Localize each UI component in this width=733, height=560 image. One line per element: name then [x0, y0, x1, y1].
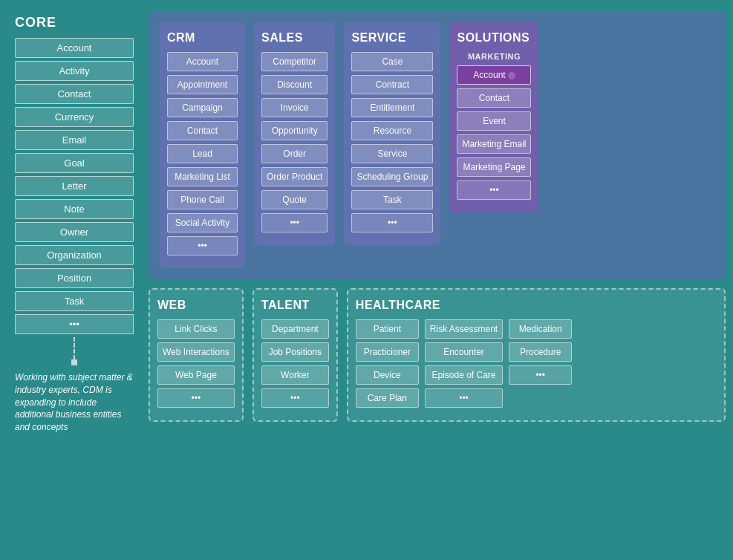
module-item[interactable]: Contact [167, 121, 238, 140]
module-item[interactable]: Opportunity [261, 121, 328, 140]
service-title: SERVICE [351, 31, 433, 45]
module-item[interactable]: Practicioner [356, 342, 419, 362]
web-items: Link ClicksWeb InteractionsWeb Page [157, 319, 235, 385]
web-dots[interactable]: ••• [157, 388, 235, 408]
service-items: CaseContractEntitlementResourceServiceSc… [351, 52, 433, 209]
module-item[interactable]: Contract [351, 75, 433, 94]
module-item[interactable]: Job Positions [261, 342, 329, 362]
crm-title: CRM [167, 31, 238, 45]
solutions-sub: MARKETING [457, 52, 531, 61]
service-panel: SERVICE CaseContractEntitlementResourceS… [344, 22, 440, 245]
arrow-dot [71, 359, 77, 365]
top-box: CRM AccountAppointmentCampaignContactLea… [149, 11, 726, 279]
core-item[interactable]: Task [15, 291, 134, 311]
dashed-line [74, 337, 75, 359]
core-section: CORE AccountActivityContactCurrencyEmail… [15, 15, 134, 434]
module-item[interactable]: Patient [356, 319, 419, 339]
main-area: CRM AccountAppointmentCampaignContactLea… [149, 11, 726, 553]
solutions-panel: SOLUTIONS MARKETING AccountContactEventM… [449, 22, 538, 212]
module-item[interactable]: Order [261, 144, 328, 163]
core-item[interactable]: Goal [15, 153, 134, 173]
module-item[interactable]: Marketing Page [457, 157, 531, 177]
sales-items: CompetitorDiscountInvoiceOpportunityOrde… [261, 52, 328, 209]
sales-title: SALES [261, 31, 328, 45]
module-item[interactable]: Case [351, 52, 433, 71]
module-item[interactable]: Appointment [167, 75, 238, 94]
module-item[interactable]: Marketing List [167, 167, 238, 186]
healthcare-panel: HEALTHCARE PatientPracticionerDeviceCare… [347, 288, 726, 422]
bottom-row: WEB Link ClicksWeb InteractionsWeb Page … [149, 288, 726, 422]
module-item[interactable]: Discount [261, 75, 328, 94]
module-item[interactable]: Competitor [261, 52, 328, 71]
core-arrow [15, 337, 134, 365]
module-item[interactable]: Social Activity [167, 213, 238, 232]
solutions-title: SOLUTIONS [457, 31, 531, 45]
core-item[interactable]: Letter [15, 176, 134, 196]
talent-dots[interactable]: ••• [261, 388, 329, 408]
crm-panel: CRM AccountAppointmentCampaignContactLea… [160, 22, 245, 268]
module-item[interactable]: Event [457, 111, 531, 131]
core-item[interactable]: Currency [15, 107, 134, 127]
module-item[interactable]: Department [261, 319, 329, 339]
module-item[interactable]: Procedure [509, 342, 572, 362]
module-item[interactable]: Care Plan [356, 388, 419, 408]
healthcare-col3: MedicationProcedure••• [509, 319, 572, 411]
core-item[interactable]: Organization [15, 245, 134, 265]
module-item[interactable]: Account [167, 52, 238, 71]
sales-panel: SALES CompetitorDiscountInvoiceOpportuni… [254, 22, 335, 245]
healthcare-inner: PatientPracticionerDeviceCare Plan Risk … [356, 319, 717, 411]
healthcare-title: HEALTHCARE [356, 299, 717, 312]
connector-dot [508, 72, 515, 79]
talent-items: DepartmentJob PositionsWorker [261, 319, 329, 385]
module-item[interactable]: Service [351, 144, 433, 163]
crm-dots[interactable]: ••• [167, 236, 238, 255]
module-item[interactable]: Quote [261, 190, 328, 209]
core-item[interactable]: Contact [15, 84, 134, 104]
module-item[interactable]: Device [356, 365, 419, 385]
module-item[interactable]: Scheduling Group [351, 167, 433, 186]
module-item[interactable]: Contact [457, 88, 531, 108]
module-item[interactable]: Campaign [167, 98, 238, 117]
module-item[interactable]: Invoice [261, 98, 328, 117]
healthcare-col1: PatientPracticionerDeviceCare Plan [356, 319, 419, 411]
solutions-dots[interactable]: ••• [457, 180, 531, 200]
core-item[interactable]: Account [15, 38, 134, 58]
core-description: Working with subject matter & industry e… [15, 371, 134, 434]
module-item[interactable]: Task [351, 190, 433, 209]
module-item[interactable]: Encounter [425, 342, 503, 362]
web-panel: WEB Link ClicksWeb InteractionsWeb Page … [149, 288, 244, 422]
module-item[interactable]: Web Interactions [157, 342, 235, 362]
healthcare-dots-col3[interactable]: ••• [509, 365, 572, 385]
web-title: WEB [157, 299, 235, 312]
module-item[interactable]: Worker [261, 365, 329, 385]
talent-panel: TALENT DepartmentJob PositionsWorker ••• [253, 288, 338, 422]
service-dots[interactable]: ••• [351, 213, 433, 232]
core-dots[interactable]: ••• [15, 314, 134, 334]
module-item[interactable]: Risk Assessment [425, 319, 503, 339]
core-title: CORE [15, 15, 134, 30]
healthcare-dots[interactable]: ••• [425, 388, 503, 408]
module-item[interactable]: Web Page [157, 365, 235, 385]
core-items-list: AccountActivityContactCurrencyEmailGoalL… [15, 38, 134, 311]
solutions-items: AccountContactEventMarketing EmailMarket… [457, 65, 531, 177]
crm-items: AccountAppointmentCampaignContactLeadMar… [167, 52, 238, 232]
core-item[interactable]: Email [15, 130, 134, 150]
module-item[interactable]: Lead [167, 144, 238, 163]
core-item[interactable]: Activity [15, 61, 134, 81]
core-item[interactable]: Position [15, 268, 134, 288]
healthcare-col2: Risk AssessmentEncounterEpisode of Care•… [425, 319, 503, 411]
talent-title: TALENT [261, 299, 329, 312]
module-item[interactable]: Episode of Care [425, 365, 503, 385]
module-item[interactable]: Entitlement [351, 98, 433, 117]
module-item[interactable]: Order Product [261, 167, 328, 186]
sales-dots[interactable]: ••• [261, 213, 328, 232]
module-item[interactable]: Resource [351, 121, 433, 140]
module-item[interactable]: Marketing Email [457, 134, 531, 154]
module-item[interactable]: Account [457, 65, 531, 85]
core-item[interactable]: Owner [15, 222, 134, 242]
module-item[interactable]: Link Clicks [157, 319, 235, 339]
module-item[interactable]: Phone Call [167, 190, 238, 209]
core-item[interactable]: Note [15, 199, 134, 219]
module-item[interactable]: Medication [509, 319, 572, 339]
